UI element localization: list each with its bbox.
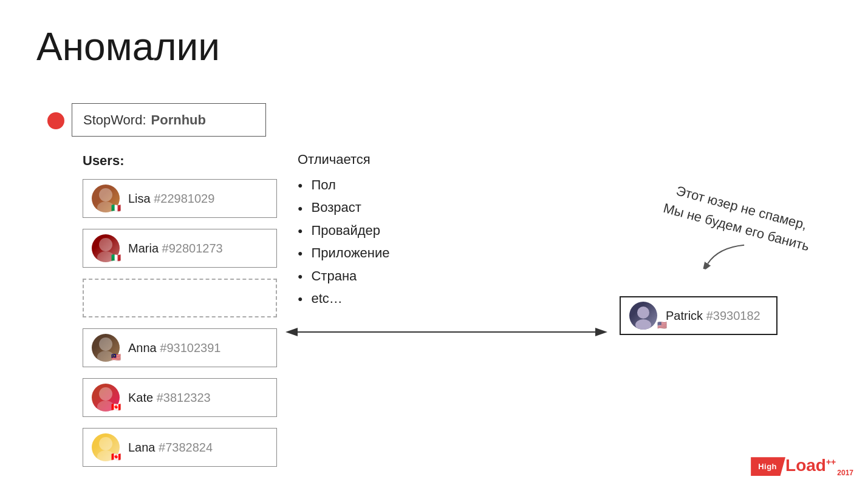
- patrick-name: Patrick #3930182: [666, 309, 760, 323]
- patrick-avatar: [629, 302, 657, 330]
- patrick-card: 🇺🇸 Patrick #3930182: [620, 296, 777, 335]
- flag-maria: 🇮🇹: [111, 253, 121, 262]
- svg-point-8: [99, 238, 112, 251]
- users-section-label: Users:: [83, 153, 124, 169]
- highload-logo: High Load++2017: [751, 456, 853, 477]
- diff-list: ПолВозрастПровайдерПриложениеСтранаetc…: [298, 174, 390, 310]
- user-name-lana: Lana #7382824: [128, 441, 213, 455]
- user-name-maria: Maria #92801273: [128, 242, 223, 256]
- flag-lisa: 🇮🇹: [111, 203, 121, 212]
- svg-point-3: [637, 307, 649, 319]
- flag-lana: 🇨🇦: [111, 452, 121, 461]
- svg-point-12: [99, 387, 112, 401]
- user-name-lisa: Lisa #22981029: [128, 192, 214, 206]
- diff-item: Приложение: [298, 242, 390, 264]
- user-card-kate: 🇨🇦Kate #3812323: [83, 378, 277, 417]
- hl-text: Load++2017: [785, 456, 853, 477]
- flag-kate: 🇨🇦: [111, 402, 121, 412]
- svg-point-10: [99, 337, 112, 351]
- annotation-text: Этот юзер не спамер, Мы не будем его бан…: [641, 176, 826, 296]
- avatar-wrap-lana: 🇨🇦: [92, 433, 120, 461]
- stopword-value: Pornhub: [151, 112, 206, 128]
- diff-item: Провайдер: [298, 219, 390, 242]
- user-card-lisa: 🇮🇹Lisa #22981029: [83, 179, 277, 218]
- double-arrow: [285, 320, 607, 344]
- user-card-anna: 🇲🇾Anna #93102391: [83, 328, 277, 367]
- page-title: Аномалии: [36, 24, 220, 69]
- stopword-label: StopWord:: [83, 112, 146, 128]
- user-name-anna: Anna #93102391: [128, 341, 220, 355]
- svg-point-14: [99, 437, 112, 450]
- diff-item: Пол: [298, 174, 390, 196]
- user-card-maria: 🇮🇹Maria #92801273: [83, 229, 277, 268]
- stopword-box: StopWord: Pornhub: [72, 103, 266, 137]
- hl-badge: High: [751, 457, 785, 476]
- red-bullet-indicator: [47, 112, 64, 129]
- avatar-wrap-lisa: 🇮🇹: [92, 185, 120, 212]
- differences-section: Отличается ПолВозрастПровайдерПриложение…: [298, 152, 390, 310]
- svg-point-6: [99, 188, 112, 202]
- diff-item: Страна: [298, 265, 390, 287]
- avatar-wrap-anna: 🇲🇾: [92, 334, 120, 362]
- svg-point-4: [635, 319, 651, 330]
- diff-item: etc…: [298, 287, 390, 310]
- user-name-kate: Kate #3812323: [128, 391, 211, 405]
- flag-anna: 🇲🇾: [111, 353, 121, 362]
- patrick-avatar-wrap: 🇺🇸: [629, 302, 666, 330]
- user-card-lana: 🇨🇦Lana #7382824: [83, 428, 277, 467]
- diff-title: Отличается: [298, 152, 390, 168]
- user-card-empty: [83, 279, 277, 317]
- diff-item: Возраст: [298, 196, 390, 219]
- avatar-wrap-maria: 🇮🇹: [92, 234, 120, 262]
- avatar-wrap-kate: 🇨🇦: [92, 384, 120, 412]
